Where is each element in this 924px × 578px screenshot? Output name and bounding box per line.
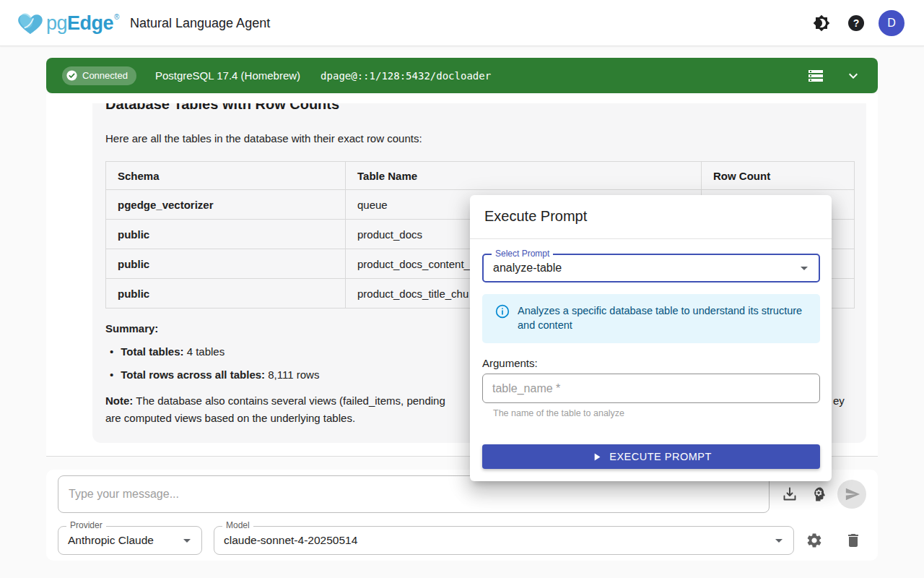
col-header-schema: Schema: [106, 162, 346, 190]
note-line1-tail: ey: [833, 394, 845, 407]
pgedge-logo-icon: [16, 9, 45, 38]
summary-item-value: 8,111 rows: [265, 368, 319, 381]
brand-wordmark: pgEdge®: [46, 0, 119, 46]
psychology-icon[interactable]: [811, 486, 828, 503]
check-circle-icon: [66, 69, 78, 82]
chat-input-panel: Provider Anthropic Claude Model claude-s…: [46, 470, 878, 561]
message-heading: Database Tables with Row Counts: [105, 103, 339, 113]
summary-item-value: 4 tables: [184, 345, 225, 358]
server-version-label: PostgreSQL 17.4 (Homebrew): [155, 69, 300, 82]
info-icon: [495, 304, 510, 319]
brand-edge: Edge: [67, 12, 113, 35]
provider-select-value: Anthropic Claude: [68, 527, 154, 554]
note-prefix: Note:: [105, 394, 133, 407]
connection-status-badge: Connected: [62, 66, 136, 85]
prompt-description-line2: and content: [518, 318, 572, 332]
schema-cell: public: [106, 279, 346, 309]
send-icon: [845, 486, 860, 502]
summary-title: Summary:: [105, 322, 158, 335]
play-icon: [590, 451, 603, 463]
dialog-divider: [470, 238, 832, 239]
table-name-input[interactable]: [482, 374, 820, 403]
note-line1: Note: The database also contains several…: [105, 394, 445, 407]
help-icon[interactable]: ?: [847, 14, 865, 32]
summary-item: •Total rows across all tables: 8,111 row…: [110, 368, 319, 381]
dropdown-arrow-icon: [178, 532, 196, 549]
connection-string: dpage@::1/128:5432/docloader: [321, 70, 491, 82]
col-header-row-count: Row Count: [702, 162, 855, 190]
dropdown-arrow-icon: [770, 532, 788, 549]
user-avatar[interactable]: D: [879, 10, 905, 36]
trash-icon[interactable]: [845, 532, 862, 549]
screen: pgEdge® Natural Language Agent ? D Conne…: [0, 0, 924, 578]
dialog-title: Execute Prompt: [484, 208, 587, 225]
prompt-select[interactable]: Select Prompt analyze-table: [482, 254, 820, 282]
summary-item-label: Total tables:: [121, 345, 183, 358]
brand-registered-mark: ®: [114, 13, 119, 21]
execute-prompt-button[interactable]: EXECUTE PROMPT: [482, 444, 820, 469]
dropdown-arrow-icon: [796, 259, 813, 277]
summary-item-label: Total rows across all tables:: [121, 368, 265, 381]
schema-cell: pgedge_vectorizer: [106, 190, 346, 220]
table-name-helper-text: The name of the table to analyze: [493, 408, 624, 418]
bullet: •: [110, 368, 113, 381]
table-header-row: Schema Table Name Row Count: [106, 162, 855, 190]
note-line2: are computed views based on the underlyi…: [105, 412, 355, 424]
prompt-description-alert: Analyzes a specific database table to un…: [482, 294, 820, 343]
col-header-table-name: Table Name: [346, 162, 702, 190]
app-header: pgEdge® Natural Language Agent ? D: [0, 0, 924, 46]
svg-text:?: ?: [853, 17, 860, 29]
storage-icon[interactable]: [807, 67, 824, 85]
download-icon[interactable]: [781, 486, 798, 503]
execute-prompt-dialog: Execute Prompt Select Prompt analyze-tab…: [470, 195, 832, 481]
model-select[interactable]: Model claude-sonnet-4-20250514: [214, 526, 794, 555]
bullet: •: [110, 345, 113, 358]
prompt-description-line1: Analyzes a specific database table to un…: [518, 303, 802, 318]
prompt-select-value: analyze-table: [493, 255, 562, 281]
schema-cell: public: [106, 249, 346, 279]
connection-bar: Connected PostgreSQL 17.4 (Homebrew) dpa…: [46, 58, 878, 93]
avatar-initial: D: [887, 17, 896, 30]
brand-pg: pg: [46, 12, 67, 35]
settings-icon[interactable]: [806, 532, 823, 549]
summary-item: •Total tables: 4 tables: [110, 345, 225, 358]
schema-cell: public: [106, 220, 346, 249]
execute-prompt-button-label: EXECUTE PROMPT: [609, 451, 712, 462]
model-select-value: claude-sonnet-4-20250514: [224, 527, 357, 554]
connection-status-label: Connected: [82, 70, 128, 81]
message-intro: Here are all the tables in the database …: [105, 132, 422, 144]
note-line1-text: The database also contains several views…: [133, 394, 445, 407]
dark-mode-toggle-icon[interactable]: [813, 14, 830, 32]
page-title: Natural Language Agent: [130, 0, 270, 46]
arguments-label: Arguments:: [482, 357, 538, 369]
chevron-down-icon[interactable]: [845, 67, 862, 85]
provider-select[interactable]: Provider Anthropic Claude: [58, 526, 202, 555]
send-button[interactable]: [837, 480, 866, 509]
